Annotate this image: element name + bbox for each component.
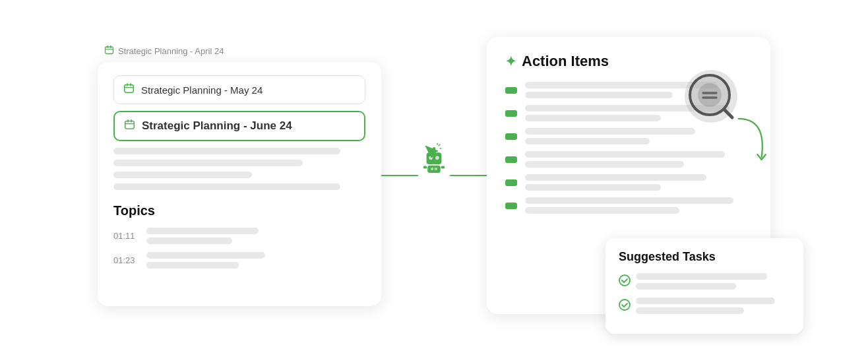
calendar-icon-floating <box>104 45 114 57</box>
ph-line-3 <box>113 172 252 178</box>
floating-label: Strategic Planning - April 24 <box>98 45 224 57</box>
svg-rect-14 <box>435 168 437 170</box>
placeholder-lines <box>113 148 365 190</box>
svg-rect-12 <box>441 166 445 169</box>
suggested-tasks-card: Suggested Tasks <box>605 238 803 334</box>
ph-line-2 <box>113 160 303 166</box>
a-ph-4a <box>525 151 725 158</box>
ph-line-4 <box>113 183 340 190</box>
a-ph-3a <box>525 128 695 135</box>
a-ph-3b <box>525 138 650 144</box>
a-ph-4b <box>525 161 684 168</box>
a-ph-5a <box>525 174 706 181</box>
topic-lines-2 <box>146 252 265 269</box>
right-section: ✦ Action Items <box>487 37 770 314</box>
calendar-icon-june <box>124 119 135 133</box>
suggested-lines-1 <box>636 273 790 290</box>
action-row-3 <box>505 128 752 144</box>
svg-rect-11 <box>423 166 427 169</box>
svg-rect-2 <box>125 121 135 129</box>
meeting-june-label: Strategic Planning - June 24 <box>142 119 292 133</box>
a-ph-6b <box>525 207 679 214</box>
green-bar-2 <box>505 110 517 117</box>
calendar-icon-may <box>123 82 135 97</box>
topic-lines-1 <box>146 228 259 244</box>
action-items-title: Action Items <box>522 53 609 70</box>
a-ph-5b <box>525 184 661 191</box>
s-ph-2b <box>636 307 744 314</box>
topic-ph-2b <box>146 262 239 269</box>
svg-point-23 <box>619 275 630 286</box>
suggested-row-2 <box>619 298 790 314</box>
s-ph-1a <box>636 273 767 280</box>
ph-line-1 <box>113 148 340 154</box>
suggested-lines-2 <box>636 298 790 314</box>
magnifier-svg <box>685 70 737 123</box>
meeting-june[interactable]: Strategic Planning - June 24 <box>113 111 365 141</box>
a-ph-2b <box>525 115 661 121</box>
left-card: Strategic Planning - May 24 Strategic Pl… <box>98 62 381 306</box>
search-circle <box>685 70 737 123</box>
action-items-header: ✦ Action Items <box>505 53 752 70</box>
s-ph-2a <box>636 298 775 304</box>
svg-point-19 <box>698 83 722 107</box>
check-icon-2 <box>619 299 631 313</box>
topic-ph-1b <box>146 238 232 244</box>
svg-rect-1 <box>125 84 134 92</box>
topic-time-1: 01:11 <box>113 231 139 241</box>
action-lines-4 <box>525 151 752 168</box>
arrow-svg <box>731 110 777 169</box>
topic-row-1: 01:11 <box>113 228 365 244</box>
action-lines-3 <box>525 128 752 144</box>
topic-ph-1a <box>146 228 259 234</box>
main-container: Strategic Planning - April 24 Strategic … <box>38 11 830 340</box>
topics-section: Topics 01:11 01:23 <box>113 203 365 269</box>
topics-title: Topics <box>113 203 365 218</box>
svg-point-24 <box>619 300 630 310</box>
action-lines-5 <box>525 174 752 191</box>
sparkle-icon: ✦ <box>505 53 516 69</box>
a-ph-1b <box>525 92 673 98</box>
check-icon-1 <box>619 274 631 289</box>
a-ph-6a <box>525 197 733 204</box>
topic-time-2: 01:23 <box>113 255 139 265</box>
green-bar-3 <box>505 133 517 140</box>
left-section: Strategic Planning - April 24 Strategic … <box>98 45 381 306</box>
connector <box>381 141 487 210</box>
action-row-4 <box>505 151 752 168</box>
action-row-6 <box>505 197 752 214</box>
cursor-icon <box>423 143 441 164</box>
green-bar-4 <box>505 156 517 163</box>
suggested-row-1 <box>619 273 790 290</box>
green-bar-1 <box>505 87 517 94</box>
meeting-may[interactable]: Strategic Planning - May 24 <box>113 75 365 104</box>
svg-line-15 <box>439 144 440 146</box>
floating-label-text: Strategic Planning - April 24 <box>118 46 224 56</box>
action-lines-6 <box>525 197 752 214</box>
action-row-5 <box>505 174 752 191</box>
green-bar-5 <box>505 179 517 186</box>
svg-rect-10 <box>427 166 441 173</box>
meeting-may-label: Strategic Planning - May 24 <box>141 84 263 96</box>
topic-ph-2a <box>146 252 265 259</box>
green-bar-6 <box>505 203 517 209</box>
svg-rect-13 <box>431 168 433 170</box>
topic-row-2: 01:23 <box>113 252 365 269</box>
svg-rect-0 <box>106 47 113 54</box>
suggested-tasks-title: Suggested Tasks <box>619 250 790 264</box>
s-ph-1b <box>636 283 736 290</box>
